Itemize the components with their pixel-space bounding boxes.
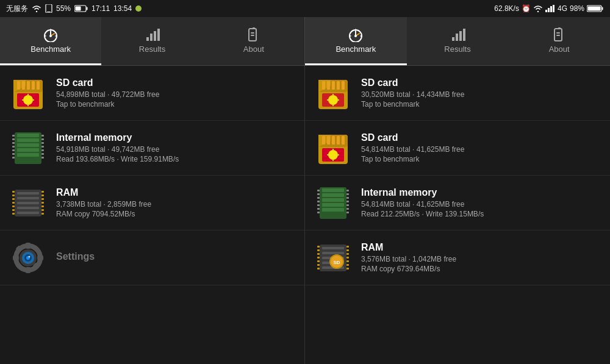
svg-rect-8: [548, 8, 550, 12]
svg-rect-75: [12, 194, 15, 196]
svg-rect-1: [46, 4, 52, 13]
tab-about-right-label: About: [549, 45, 570, 54]
svg-rect-106: [327, 81, 330, 90]
svg-rect-85: [41, 205, 44, 207]
ram-action-left: RAM copy 7094.52MB/s: [56, 210, 296, 218]
svg-rect-17: [150, 34, 152, 41]
svg-rect-18: [154, 31, 156, 41]
svg-rect-38: [22, 81, 25, 90]
svg-rect-136: [317, 190, 320, 191]
carrier-label: 无服务: [6, 4, 28, 14]
svg-rect-151: [322, 247, 344, 249]
svg-rect-10: [553, 5, 554, 12]
svg-rect-52: [17, 148, 39, 152]
list-item[interactable]: SD card 54,814MB total · 41,625MB free T…: [305, 121, 610, 176]
svg-rect-143: [346, 190, 349, 191]
svg-rect-121: [332, 136, 335, 145]
svg-rect-63: [41, 142, 44, 144]
internal-memory-text-right: Internal memory 54,814MB total · 41,625M…: [361, 187, 601, 218]
settings-icon: [9, 238, 48, 277]
svg-rect-137: [317, 193, 320, 195]
svg-rect-161: [317, 264, 320, 266]
svg-rect-5: [76, 7, 81, 11]
svg-rect-120: [327, 136, 330, 145]
main-content: SD card 54,898MB total · 49,722MB free T…: [0, 66, 610, 364]
sdcard-yellow2-text: SD card 54,814MB total · 41,625MB free T…: [361, 132, 601, 163]
results-icon-left: [144, 27, 160, 42]
svg-point-6: [537, 11, 539, 12]
time1-label: 17:11: [92, 4, 110, 13]
internal-memory-title-left: Internal memory: [56, 132, 296, 143]
list-item[interactable]: RAM 3,738MB total · 2,859MB free RAM cop…: [0, 176, 304, 230]
svg-rect-108: [337, 81, 340, 90]
svg-rect-149: [346, 212, 349, 213]
benchmark-icon-right: [348, 27, 364, 42]
svg-rect-169: [346, 268, 349, 269]
tab-benchmark-right[interactable]: Benchmark: [305, 17, 407, 65]
sdcard-yellow-text: SD card 54,898MB total · 49,722MB free T…: [56, 77, 296, 109]
svg-rect-56: [12, 142, 15, 144]
tab-results-right[interactable]: Results: [407, 17, 509, 65]
svg-rect-57: [12, 146, 15, 148]
svg-rect-60: [12, 157, 15, 159]
sdcard-yellow2-icon: [314, 129, 353, 168]
svg-rect-82: [41, 194, 44, 196]
list-item[interactable]: SD card 54,898MB total · 49,722MB free T…: [0, 66, 304, 121]
wifi-icon: [32, 5, 41, 12]
svg-point-101: [29, 255, 30, 257]
svg-rect-66: [41, 153, 44, 155]
svg-rect-93: [37, 255, 43, 260]
ram-text-right: RAM 3,576MB total · 1,042MB free RAM cop…: [361, 242, 601, 273]
about-icon-left: [246, 27, 261, 42]
internal-memory-icon-right: [314, 184, 353, 223]
list-item[interactable]: SD RAM 3,576MB total · 1,042MB free RAM …: [305, 230, 610, 285]
svg-rect-160: [317, 260, 320, 262]
svg-rect-152: [322, 252, 344, 254]
tab-benchmark-left[interactable]: Benchmark: [0, 17, 101, 65]
svg-rect-58: [12, 149, 15, 151]
svg-rect-72: [17, 207, 39, 209]
settings-item[interactable]: Settings: [0, 230, 304, 285]
tab-results-right-label: Results: [444, 45, 470, 54]
sdcard-red-title: SD card: [361, 77, 601, 88]
tab-results-left[interactable]: Results: [101, 17, 203, 65]
right-panel: SD card 30,520MB total · 14,434MB free T…: [305, 66, 610, 364]
signal-icon: [545, 5, 555, 12]
svg-rect-19: [157, 29, 160, 41]
tab-about-left-label: About: [243, 45, 264, 54]
wifi-icon-right: [533, 5, 543, 12]
svg-point-111: [328, 95, 338, 105]
alarm-icon: ⏰: [522, 4, 531, 13]
svg-rect-67: [41, 157, 44, 159]
svg-rect-145: [346, 197, 349, 199]
svg-rect-90: [26, 243, 30, 249]
svg-rect-37: [17, 81, 20, 90]
tab-about-right[interactable]: About: [508, 17, 610, 65]
battery-left-label: 55%: [56, 4, 71, 13]
sdcard-red-icon: [314, 74, 353, 113]
svg-rect-78: [12, 205, 15, 207]
svg-rect-133: [322, 198, 344, 202]
svg-rect-84: [41, 202, 44, 204]
svg-rect-28: [459, 31, 462, 41]
svg-rect-32: [556, 35, 560, 36]
internal-memory-subtitle-left: 54,918MB total · 49,742MB free: [56, 145, 296, 154]
ram-text-left: RAM 3,738MB total · 2,859MB free RAM cop…: [56, 187, 296, 218]
svg-rect-53: [17, 153, 39, 157]
svg-rect-73: [17, 212, 39, 214]
svg-rect-122: [337, 136, 340, 145]
svg-rect-148: [346, 208, 349, 210]
svg-rect-140: [317, 204, 320, 206]
list-item[interactable]: Internal memory 54,814MB total · 41,625M…: [305, 176, 610, 230]
list-item[interactable]: Internal memory 54,918MB total · 49,742M…: [0, 121, 304, 176]
svg-rect-166: [346, 257, 349, 259]
svg-rect-168: [346, 264, 349, 266]
svg-rect-167: [346, 260, 349, 262]
list-item[interactable]: SD card 30,520MB total · 14,434MB free T…: [305, 66, 610, 121]
network-label: 4G: [558, 4, 567, 13]
svg-rect-55: [12, 138, 15, 140]
svg-rect-69: [17, 192, 39, 194]
svg-rect-74: [12, 191, 15, 193]
tab-about-left[interactable]: About: [203, 17, 304, 65]
svg-rect-76: [12, 198, 15, 200]
